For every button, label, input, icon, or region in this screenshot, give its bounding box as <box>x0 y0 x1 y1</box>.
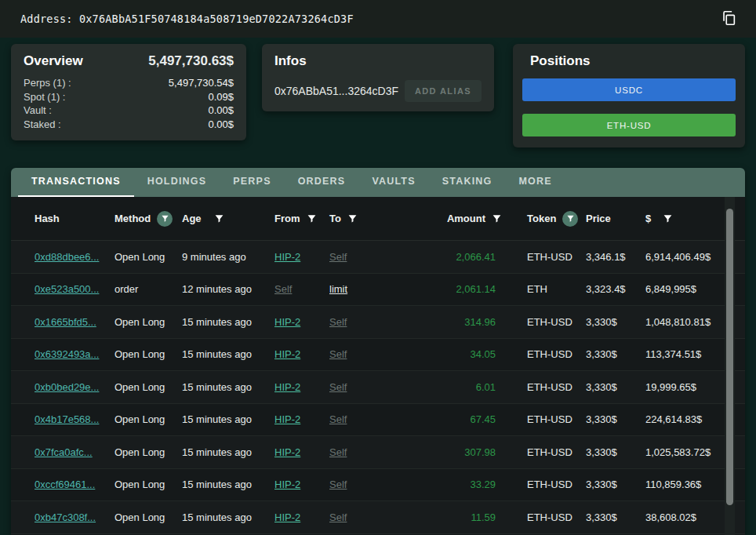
tab-more[interactable]: MORE <box>505 168 565 197</box>
usd-cell: 38,608.02$ <box>645 511 725 523</box>
tab-transactions[interactable]: TRANSACTIONS <box>18 168 134 197</box>
table-row: 0xd88dbee6... Open Long 9 minutes ago HI… <box>11 241 745 274</box>
from-link[interactable]: HIP-2 <box>274 413 329 425</box>
to-link[interactable]: Self <box>329 479 376 490</box>
to-link[interactable]: Self <box>329 446 376 458</box>
token-cell: ETH-USD <box>527 446 586 458</box>
token-cell: ETH-USD <box>527 251 586 263</box>
token-cell: ETH-USD <box>527 316 586 328</box>
price-cell: 3,330$ <box>586 479 645 490</box>
method-cell: Open Long <box>114 479 182 490</box>
age-filter-icon[interactable] <box>214 213 224 224</box>
usd-cell: 113,374.51$ <box>645 348 725 360</box>
table-row: 0xe523a500... order 12 minutes ago Self … <box>11 274 745 307</box>
method-cell: order <box>114 283 182 295</box>
overview-row: Staked : 0.00$ <box>24 118 234 132</box>
amount-cell: 67.45 <box>376 413 527 425</box>
price-cell: 3,330$ <box>586 381 645 393</box>
amount-cell: 34.05 <box>376 348 527 360</box>
table-scrollbar-thumb[interactable] <box>726 209 733 505</box>
tab-perps[interactable]: PERPS <box>220 168 284 197</box>
col-amount: Amount <box>376 213 527 224</box>
tab-holdings[interactable]: HOLDINGS <box>134 168 220 197</box>
from-link[interactable]: Self <box>274 283 329 295</box>
hash-link[interactable]: 0x4b17e568... <box>35 413 114 425</box>
age-cell: 15 minutes ago <box>182 413 274 425</box>
overview-row-value: 0.00$ <box>208 104 234 118</box>
method-cell: Open Long <box>114 316 182 328</box>
age-cell: 15 minutes ago <box>182 316 274 328</box>
from-link[interactable]: HIP-2 <box>274 446 329 458</box>
to-filter-icon[interactable] <box>347 213 358 224</box>
to-link[interactable]: Self <box>329 511 376 523</box>
position-button-usdc[interactable]: USDC <box>522 78 736 101</box>
overview-row: Vault : 0.00$ <box>24 104 234 118</box>
hash-link[interactable]: 0xb47c308f... <box>35 511 114 523</box>
tab-staking[interactable]: STAKING <box>429 168 506 197</box>
from-filter-icon[interactable] <box>307 213 317 224</box>
to-link[interactable]: Self <box>329 381 376 393</box>
price-cell: 3,330$ <box>586 316 645 328</box>
price-cell: 3,330$ <box>586 511 645 523</box>
age-cell: 15 minutes ago <box>182 446 274 458</box>
amount-cell: 11.59 <box>376 511 527 523</box>
hash-link[interactable]: 0x6392493a... <box>35 348 114 360</box>
table-row: 0xb47c308f... Open Long 15 minutes ago H… <box>11 501 745 534</box>
infos-title: Infos <box>274 53 307 68</box>
usd-filter-icon[interactable] <box>663 213 673 224</box>
from-link[interactable]: HIP-2 <box>274 381 329 393</box>
price-cell: 3,330$ <box>586 348 645 360</box>
from-link[interactable]: HIP-2 <box>274 348 329 360</box>
tab-vaults[interactable]: VAULTS <box>358 168 428 197</box>
method-cell: Open Long <box>114 511 182 523</box>
add-alias-button[interactable]: ADD ALIAS <box>405 80 482 102</box>
table-row: 0x4b17e568... Open Long 15 minutes ago H… <box>11 404 745 437</box>
age-cell: 15 minutes ago <box>182 348 274 360</box>
tab-bar: TRANSACTIONSHOLDINGSPERPSORDERSVAULTSSTA… <box>11 168 745 197</box>
age-cell: 15 minutes ago <box>182 511 274 523</box>
transactions-table: Hash Method Age From To Amount <box>11 197 745 535</box>
col-hash: Hash <box>35 213 114 224</box>
to-link[interactable]: Self <box>329 316 376 328</box>
table-row: 0x1665bfd5... Open Long 15 minutes ago H… <box>11 306 745 339</box>
to-link[interactable]: Self <box>329 413 376 425</box>
method-filter-icon[interactable] <box>157 211 173 227</box>
token-filter-icon[interactable] <box>562 211 578 227</box>
usd-cell: 1,048,810.81$ <box>645 316 725 328</box>
overview-title: Overview <box>24 53 83 69</box>
token-cell: ETH-USD <box>527 348 586 360</box>
overview-row: Spot (1) : 0.09$ <box>24 90 234 104</box>
to-link[interactable]: limit <box>329 283 376 295</box>
from-link[interactable]: HIP-2 <box>274 316 329 328</box>
hash-link[interactable]: 0x1665bfd5... <box>35 316 114 328</box>
overview-total: 5,497,730.63$ <box>148 53 234 69</box>
tab-orders[interactable]: ORDERS <box>285 168 359 197</box>
price-cell: 3,330$ <box>586 413 645 425</box>
position-button-eth-usd[interactable]: ETH-USD <box>522 114 736 136</box>
hash-link[interactable]: 0x7fca0afc... <box>35 446 114 458</box>
overview-row-label: Vault : <box>24 104 52 118</box>
price-cell: 3,330$ <box>586 446 645 458</box>
from-link[interactable]: HIP-2 <box>274 251 329 263</box>
table-row: 0xb0bed29e... Open Long 15 minutes ago H… <box>11 371 745 404</box>
amount-cell: 33.29 <box>376 479 527 490</box>
col-price: Price <box>586 213 645 224</box>
hash-link[interactable]: 0xccf69461... <box>35 479 114 490</box>
hash-link[interactable]: 0xe523a500... <box>35 283 114 295</box>
address-short: 0x76ABbA51...3264cD3F <box>274 85 398 97</box>
from-link[interactable]: HIP-2 <box>274 511 329 523</box>
amount-filter-icon[interactable] <box>492 213 502 224</box>
overview-row-value: 0.00$ <box>208 118 234 132</box>
copy-icon <box>720 9 737 29</box>
overview-rows: Perps (1) : 5,497,730.54$ Spot (1) : 0.0… <box>24 76 234 131</box>
from-link[interactable]: HIP-2 <box>274 479 329 490</box>
hash-link[interactable]: 0xd88dbee6... <box>35 251 114 263</box>
to-link[interactable]: Self <box>329 251 376 263</box>
overview-row-value: 5,497,730.54$ <box>169 76 234 90</box>
hash-link[interactable]: 0xb0bed29e... <box>35 381 114 393</box>
usd-cell: 1,025,583.72$ <box>645 446 725 458</box>
method-cell: Open Long <box>114 251 182 263</box>
copy-address-button[interactable] <box>715 5 742 34</box>
to-link[interactable]: Self <box>329 348 376 360</box>
usd-cell: 6,914,406.49$ <box>645 251 725 263</box>
